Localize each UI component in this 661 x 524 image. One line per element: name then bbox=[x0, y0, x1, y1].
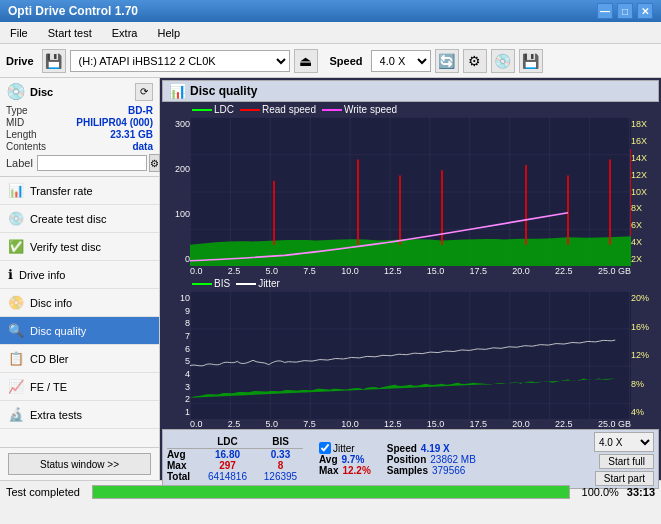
sidebar-item-cd-bler[interactable]: 📋 CD Bler bbox=[0, 345, 159, 373]
settings-button[interactable]: ⚙ bbox=[463, 49, 487, 73]
write-speed-legend-color bbox=[322, 109, 342, 111]
status-text: Test completed bbox=[6, 486, 80, 498]
sidebar-item-disc-quality[interactable]: 🔍 Disc quality bbox=[0, 317, 159, 345]
extra-tests-icon: 🔬 bbox=[8, 407, 24, 422]
top-chart-inner bbox=[190, 117, 631, 266]
total-bis: 126395 bbox=[258, 471, 303, 482]
disc-quality-label: Disc quality bbox=[30, 325, 86, 337]
drive-select[interactable]: (H:) ATAPI iHBS112 2 CL0K bbox=[70, 50, 290, 72]
menu-start-test[interactable]: Start test bbox=[42, 25, 98, 41]
save-button[interactable]: 💾 bbox=[519, 49, 543, 73]
disc-label-input[interactable] bbox=[37, 155, 147, 171]
minimize-button[interactable]: — bbox=[597, 3, 613, 19]
sidebar-item-create-test-disc[interactable]: 💿 Create test disc bbox=[0, 205, 159, 233]
titlebar: Opti Drive Control 1.70 — □ ✕ bbox=[0, 0, 661, 22]
ldc-col-header: LDC bbox=[205, 436, 250, 447]
sidebar-item-verify-test-disc[interactable]: ✅ Verify test disc bbox=[0, 233, 159, 261]
sidebar-item-disc-info[interactable]: 📀 Disc info bbox=[0, 289, 159, 317]
top-legend: LDC Read speed Write speed bbox=[162, 102, 659, 117]
menu-extra[interactable]: Extra bbox=[106, 25, 144, 41]
total-ldc: 6414816 bbox=[205, 471, 250, 482]
bottom-y-axis-left: 10 9 8 7 6 5 4 3 2 1 bbox=[162, 291, 190, 419]
drive-icon: 💾 bbox=[42, 49, 66, 73]
speed-select[interactable]: 4.0 X bbox=[371, 50, 431, 72]
jitter-speed-panel: Jitter Avg 9.7% Max 12.2% bbox=[319, 442, 371, 476]
write-speed-legend: Write speed bbox=[322, 104, 397, 115]
jitter-max-value: 12.2% bbox=[342, 465, 370, 476]
menubar: File Start test Extra Help bbox=[0, 22, 661, 44]
disc-refresh-button[interactable]: ⟳ bbox=[135, 83, 153, 101]
top-chart-section: LDC Read speed Write speed 300 200 10 bbox=[162, 102, 659, 276]
eject-button[interactable]: ⏏ bbox=[294, 49, 318, 73]
jitter-max-label: Max bbox=[319, 465, 338, 476]
jitter-checkbox[interactable] bbox=[319, 442, 331, 454]
close-button[interactable]: ✕ bbox=[637, 3, 653, 19]
max-label: Max bbox=[167, 460, 197, 471]
read-speed-legend-color bbox=[240, 109, 260, 111]
disc-quality-icon: 🔍 bbox=[8, 323, 24, 338]
transfer-rate-label: Transfer rate bbox=[30, 185, 93, 197]
chart-title: Disc quality bbox=[190, 84, 257, 98]
avg-row: Avg 16.80 0.33 bbox=[167, 449, 303, 460]
bottom-chart-inner bbox=[190, 291, 631, 419]
top-chart-body: 300 200 100 0 bbox=[162, 117, 659, 266]
bottom-chart-svg bbox=[190, 291, 631, 419]
sidebar-item-extra-tests[interactable]: 🔬 Extra tests bbox=[0, 401, 159, 429]
chart-area: 📊 Disc quality LDC Read speed Write spee… bbox=[160, 78, 661, 480]
disc-info-icon: 📀 bbox=[8, 295, 24, 310]
extra-tests-label: Extra tests bbox=[30, 409, 82, 421]
write-speed-legend-label: Write speed bbox=[344, 104, 397, 115]
total-label: Total bbox=[167, 471, 197, 482]
ldc-legend-color bbox=[192, 109, 212, 111]
disc-label-label: Label bbox=[6, 157, 33, 169]
bis-col-header: BIS bbox=[258, 436, 303, 447]
bottom-chart-body: 10 9 8 7 6 5 4 3 2 1 bbox=[162, 291, 659, 419]
disc-label-button[interactable]: ⚙ bbox=[149, 154, 160, 172]
stats-area: LDC BIS Avg 16.80 0.33 Max 297 8 Total bbox=[162, 429, 659, 489]
mid-label: MID bbox=[6, 117, 24, 128]
speed-dropdown[interactable]: 4.0 X bbox=[594, 432, 654, 452]
max-row: Max 297 8 bbox=[167, 460, 303, 471]
cd-bler-icon: 📋 bbox=[8, 351, 24, 366]
avg-label: Avg bbox=[167, 449, 197, 460]
svg-rect-11 bbox=[190, 291, 631, 419]
menu-help[interactable]: Help bbox=[151, 25, 186, 41]
total-row: Total 6414816 126395 bbox=[167, 471, 303, 482]
disc-button[interactable]: 💿 bbox=[491, 49, 515, 73]
drive-info-label: Drive info bbox=[19, 269, 65, 281]
status-window-button[interactable]: Status window >> bbox=[8, 453, 151, 475]
jitter-checkbox-row: Jitter bbox=[319, 442, 371, 454]
speed-label: Speed bbox=[330, 55, 363, 67]
sidebar-item-transfer-rate[interactable]: 📊 Transfer rate bbox=[0, 177, 159, 205]
start-part-button[interactable]: Start part bbox=[595, 471, 654, 486]
type-label: Type bbox=[6, 105, 28, 116]
progress-fill bbox=[93, 486, 569, 498]
speed-row: Speed 4.19 X bbox=[387, 443, 476, 454]
refresh-button[interactable]: 🔄 bbox=[435, 49, 459, 73]
bottom-chart-section: BIS Jitter 10 9 8 7 6 5 4 bbox=[162, 276, 659, 429]
menu-file[interactable]: File bbox=[4, 25, 34, 41]
maximize-button[interactable]: □ bbox=[617, 3, 633, 19]
disc-panel-title: Disc bbox=[30, 86, 53, 98]
top-x-axis: 0.0 2.5 5.0 7.5 10.0 12.5 15.0 17.5 20.0… bbox=[162, 266, 659, 276]
jitter-legend: Jitter bbox=[236, 278, 280, 289]
status-time: 33:13 bbox=[627, 486, 655, 498]
contents-label: Contents bbox=[6, 141, 46, 152]
disc-panel-icon: 💿 bbox=[6, 82, 26, 101]
top-chart-svg bbox=[190, 117, 631, 266]
sidebar-item-drive-info[interactable]: ℹ Drive info bbox=[0, 261, 159, 289]
ldc-legend: LDC bbox=[192, 104, 234, 115]
length-value: 23.31 GB bbox=[110, 129, 153, 140]
start-full-button[interactable]: Start full bbox=[599, 454, 654, 469]
sidebar-item-fe-te[interactable]: 📈 FE / TE bbox=[0, 373, 159, 401]
type-value: BD-R bbox=[128, 105, 153, 116]
app-title: Opti Drive Control 1.70 bbox=[8, 4, 138, 18]
chart-header: 📊 Disc quality bbox=[162, 80, 659, 102]
chart-icon: 📊 bbox=[169, 83, 186, 99]
toolbar: Drive 💾 (H:) ATAPI iHBS112 2 CL0K ⏏ Spee… bbox=[0, 44, 661, 78]
nav-items: 📊 Transfer rate 💿 Create test disc ✅ Ver… bbox=[0, 177, 159, 447]
progress-bar bbox=[92, 485, 570, 499]
jitter-legend-label: Jitter bbox=[258, 278, 280, 289]
verify-test-disc-icon: ✅ bbox=[8, 239, 24, 254]
avg-bis: 0.33 bbox=[258, 449, 303, 460]
